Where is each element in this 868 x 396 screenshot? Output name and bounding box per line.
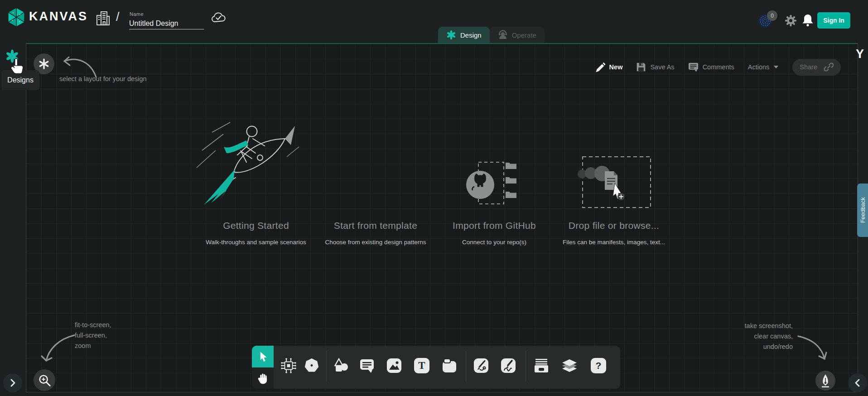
shapes-tool[interactable] [333,357,349,374]
share-button[interactable]: Share [792,59,841,76]
building-icon[interactable] [95,10,111,26]
design-tab-icon [446,30,456,40]
pan-tool-button[interactable] [252,367,274,389]
save-icon [636,62,646,72]
zoom-in-icon [38,373,51,387]
cloud-check-icon [211,12,227,24]
tab-design[interactable]: Design [438,27,490,43]
dropzone-title[interactable]: Drop file or browse... [569,220,659,231]
drawer-tool[interactable] [533,357,550,374]
kanvas-logo-icon [6,7,26,28]
chevron-left-icon [854,378,861,387]
hint-line: full-screen, [75,330,111,341]
whiteboard-pen-button[interactable] [815,371,835,391]
component-icon [280,357,297,374]
mode-tabs: Design Operate [438,27,545,43]
hint-line: fit-to-screen, [75,320,111,330]
actions-label: Actions [748,63,770,71]
hand-icon [257,372,269,385]
link-icon [824,62,834,72]
text-tool-glyph: T [418,360,425,372]
comments-button[interactable]: Comments [688,62,734,72]
help-glyph: ? [596,360,602,371]
hint-line: clear canvas, [745,331,793,342]
zoom-button[interactable] [34,369,55,391]
pen-tool[interactable] [473,357,489,374]
help-tool[interactable]: ? [590,357,607,374]
new-button[interactable]: New [594,62,623,72]
component-tool[interactable] [280,357,297,374]
kubernetes-tool[interactable] [304,357,320,374]
layout-hint-arrow [58,53,101,81]
new-label: New [609,63,623,71]
sketch-tool[interactable] [500,357,516,374]
share-label: Share [800,63,817,71]
note-tool[interactable] [441,357,458,374]
comment-icon [359,357,375,374]
hint-line: zoom [75,341,111,351]
tab-operate-label: Operate [512,31,536,39]
folder-icons [506,163,516,198]
collapse-right-panel-button[interactable] [848,373,867,392]
feedback-label: Feedback [859,197,866,223]
comments-icon [688,62,699,72]
layout-asterisk-icon [38,58,50,70]
zoom-hint-text: fit-to-screen, full-screen, zoom [75,320,111,351]
select-tool-button[interactable] [252,346,274,367]
comment-tool[interactable] [359,357,375,374]
chevron-down-icon [773,65,779,69]
getting-started-title[interactable]: Getting Started [223,220,289,231]
hand-cursor-icon [10,58,24,74]
template-subtitle: Choose from existing design patterns [325,239,426,246]
layers-tool[interactable] [561,357,578,374]
save-as-button[interactable]: Save As [636,62,674,72]
expand-left-panel-button[interactable] [3,373,22,392]
note-icon [441,357,458,374]
kubernetes-icon [304,357,320,374]
gear-icon[interactable] [785,14,797,27]
text-tool[interactable]: T [414,357,430,374]
pen-nib-icon [820,374,831,387]
screenshot-hint-arrow [794,331,831,363]
designs-tooltip-label: Designs [7,76,34,84]
tab-operate[interactable]: Operate [490,27,545,43]
image-tool[interactable] [386,357,402,374]
drawer-icon [533,357,550,374]
feedback-tab[interactable]: Feedback [857,184,868,237]
design-name-label: Name [130,11,144,17]
help-icon: ? [591,358,606,373]
getting-started-illustration[interactable] [180,119,332,215]
pencil-icon [594,62,605,72]
save-as-label: Save As [650,63,674,71]
partner-logo: Y [856,47,864,61]
design-name-input[interactable] [129,18,204,29]
design-actions-toolbar: New Save As Comments Actions Share [594,58,841,76]
toolbar-separator [326,351,327,382]
dropzone-illustration[interactable] [576,154,653,211]
dropzone-subtitle: Files can be manifests, images, text... [563,239,665,246]
sign-in-button[interactable]: Sign In [817,12,850,29]
shapes-icon [333,358,349,373]
text-tool-icon: T [414,358,429,373]
design-canvas[interactable] [26,43,858,392]
zoom-hint-arrow [40,330,78,365]
hint-line: undo/redo [745,342,793,352]
toolbar-separator [466,351,466,382]
hint-line: take screenshot, [745,321,793,331]
comments-label: Comments [703,63,734,71]
template-title[interactable]: Start from template [334,220,417,231]
github-illustration[interactable] [462,159,521,208]
github-title[interactable]: Import from GitHub [453,220,536,231]
breadcrumb-separator: / [116,10,120,24]
notification-count-badge: 0 [767,10,777,21]
operate-tab-icon [498,30,508,40]
pen-icon [473,357,489,374]
screenshot-hint-text: take screenshot, clear canvas, undo/redo [745,321,793,352]
bell-icon[interactable] [802,14,814,27]
brand-name: KANVAS [29,10,88,24]
getting-started-subtitle: Walk-throughs and sample scenarios [206,239,306,246]
app-header: KANVAS / Name Design [0,0,868,43]
actions-dropdown[interactable]: Actions [748,63,779,71]
toolbar-separator [526,351,526,382]
cursor-icon [257,350,269,363]
